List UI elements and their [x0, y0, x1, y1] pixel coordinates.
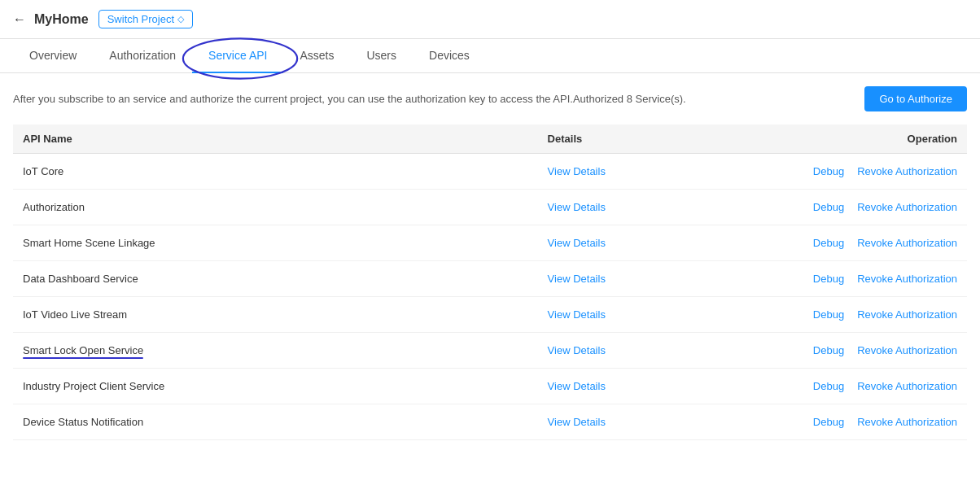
view-details-link[interactable]: View Details	[548, 380, 606, 392]
tab-devices[interactable]: Devices	[413, 39, 486, 73]
debug-link[interactable]: Debug	[813, 308, 844, 321]
go-to-authorize-button[interactable]: Go to Authorize	[864, 86, 967, 111]
revoke-authorization-link[interactable]: Revoke Authorization	[857, 416, 957, 428]
operation-cell: DebugRevoke Authorization	[728, 225, 967, 261]
table-row: Industry Project Client ServiceView Deta…	[13, 369, 967, 404]
api-name-cell: Industry Project Client Service	[13, 369, 538, 404]
tab-assets[interactable]: Assets	[283, 39, 350, 73]
details-cell: View Details	[538, 404, 728, 440]
details-cell: View Details	[538, 225, 728, 261]
description-bar: After you subscribe to an service and au…	[13, 86, 967, 111]
header: ← MyHome Switch Project ◇	[0, 0, 980, 39]
details-cell: View Details	[538, 154, 728, 190]
api-name-cell: Smart Home Scene Linkage	[13, 225, 538, 261]
operation-cell: DebugRevoke Authorization	[728, 297, 967, 333]
table-row: IoT CoreView DetailsDebugRevoke Authoriz…	[13, 154, 967, 190]
project-title: MyHome	[34, 12, 89, 27]
table-row: Data Dashboard ServiceView DetailsDebugR…	[13, 261, 967, 297]
tab-service-api[interactable]: Service API	[192, 39, 283, 73]
col-header-operation: Operation	[728, 125, 967, 154]
col-header-api-name: API Name	[13, 125, 538, 154]
debug-link[interactable]: Debug	[813, 344, 844, 356]
operation-cell: DebugRevoke Authorization	[728, 369, 967, 404]
revoke-authorization-link[interactable]: Revoke Authorization	[857, 344, 957, 356]
details-cell: View Details	[538, 297, 728, 333]
debug-link[interactable]: Debug	[813, 165, 844, 177]
underline-annotation: Smart Lock Open Service	[23, 344, 143, 356]
revoke-authorization-link[interactable]: Revoke Authorization	[857, 165, 957, 177]
revoke-authorization-link[interactable]: Revoke Authorization	[857, 308, 957, 321]
details-cell: View Details	[538, 369, 728, 404]
view-details-link[interactable]: View Details	[548, 237, 606, 249]
api-name-cell: IoT Core	[13, 154, 538, 190]
operation-cell: DebugRevoke Authorization	[728, 404, 967, 440]
table-row: Smart Home Scene LinkageView DetailsDebu…	[13, 225, 967, 261]
table-row: AuthorizationView DetailsDebugRevoke Aut…	[13, 190, 967, 225]
api-name-cell: Smart Lock Open Service	[13, 333, 538, 369]
debug-link[interactable]: Debug	[813, 237, 844, 249]
view-details-link[interactable]: View Details	[548, 165, 606, 177]
operation-cell: DebugRevoke Authorization	[728, 154, 967, 190]
api-name-cell: IoT Video Live Stream	[13, 297, 538, 333]
view-details-link[interactable]: View Details	[548, 344, 606, 356]
nav-tabs: Overview Authorization Service API Asset…	[0, 39, 980, 73]
table-header: API Name Details Operation	[13, 125, 967, 154]
revoke-authorization-link[interactable]: Revoke Authorization	[857, 380, 957, 392]
view-details-link[interactable]: View Details	[548, 308, 606, 321]
table-row: Device Status NotificationView DetailsDe…	[13, 404, 967, 440]
col-header-details: Details	[538, 125, 728, 154]
tab-overview[interactable]: Overview	[13, 39, 93, 73]
table-body: IoT CoreView DetailsDebugRevoke Authoriz…	[13, 154, 967, 440]
switch-project-button[interactable]: Switch Project ◇	[98, 10, 193, 28]
api-name-cell: Authorization	[13, 190, 538, 225]
view-details-link[interactable]: View Details	[548, 201, 606, 213]
view-details-link[interactable]: View Details	[548, 273, 606, 285]
debug-link[interactable]: Debug	[813, 273, 844, 285]
details-cell: View Details	[538, 261, 728, 297]
revoke-authorization-link[interactable]: Revoke Authorization	[857, 237, 957, 249]
api-name-cell: Data Dashboard Service	[13, 261, 538, 297]
back-icon[interactable]: ←	[13, 12, 26, 27]
view-details-link[interactable]: View Details	[548, 416, 606, 428]
details-cell: View Details	[538, 333, 728, 369]
tab-authorization[interactable]: Authorization	[93, 39, 192, 73]
api-table: API Name Details Operation IoT CoreView …	[13, 125, 967, 440]
operation-cell: DebugRevoke Authorization	[728, 261, 967, 297]
debug-link[interactable]: Debug	[813, 380, 844, 392]
revoke-authorization-link[interactable]: Revoke Authorization	[857, 273, 957, 285]
details-cell: View Details	[538, 190, 728, 225]
table-row: IoT Video Live StreamView DetailsDebugRe…	[13, 297, 967, 333]
table-row: Smart Lock Open ServiceView DetailsDebug…	[13, 333, 967, 369]
debug-link[interactable]: Debug	[813, 201, 844, 213]
main-content: After you subscribe to an service and au…	[0, 73, 980, 453]
description-text: After you subscribe to an service and au…	[13, 93, 686, 105]
api-name-cell: Device Status Notification	[13, 404, 538, 440]
debug-link[interactable]: Debug	[813, 416, 844, 428]
revoke-authorization-link[interactable]: Revoke Authorization	[857, 201, 957, 213]
tab-users[interactable]: Users	[350, 39, 413, 73]
switch-project-label: Switch Project	[107, 13, 174, 25]
switch-project-arrow: ◇	[177, 14, 184, 24]
operation-cell: DebugRevoke Authorization	[728, 190, 967, 225]
operation-cell: DebugRevoke Authorization	[728, 333, 967, 369]
